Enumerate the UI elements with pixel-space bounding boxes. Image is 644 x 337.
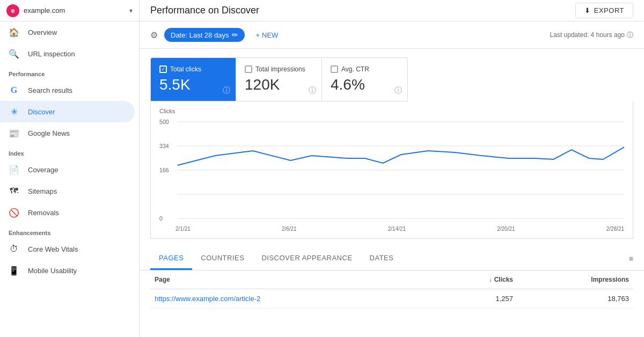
page-title: Performance on Discover (150, 5, 259, 16)
svg-text:334: 334 (159, 143, 169, 149)
sidebar-item-label: Removals (28, 209, 59, 217)
discover-icon: ✳ (9, 106, 19, 117)
column-header-page[interactable]: Page (150, 270, 435, 289)
tab-discover-appearance[interactable]: DISCOVER APPEARANCE (253, 247, 361, 270)
svg-text:0: 0 (159, 215, 163, 222)
news-icon: 📰 (9, 128, 19, 138)
sitemaps-icon: 🗺 (9, 186, 19, 196)
sidebar-item-label: Google News (28, 129, 70, 137)
search-icon: 🔍 (9, 48, 19, 59)
cell-clicks: 1,257 (435, 289, 517, 309)
table-row: https://www.example.com/article-2 1,257 … (150, 289, 633, 309)
sidebar-item-label: Overview (28, 28, 57, 36)
tab-dates[interactable]: DATES (361, 247, 402, 270)
sort-icon[interactable]: ≡ (629, 254, 633, 263)
new-filter-button[interactable]: + NEW (251, 29, 282, 41)
stat-label: Avg. CTR (341, 65, 369, 73)
cell-page[interactable]: https://www.example.com/article-2 (150, 289, 435, 309)
chart-x-label: 2/14/21 (388, 226, 406, 232)
chart-x-label: 2/20/21 (497, 226, 515, 232)
stat-label: Total impressions (255, 65, 305, 73)
date-filter-chip[interactable]: Date: Last 28 days ✏ (164, 28, 245, 42)
svg-text:166: 166 (159, 167, 169, 173)
table-area: Page ↓Clicks Impressions https://www.exa… (140, 270, 644, 337)
scroll-content: Total clicks 5.5K ⓘ Total impressions 12… (140, 49, 644, 337)
export-button[interactable]: ⬇ EXPORT (575, 3, 633, 18)
stat-value-clicks: 5.5K (159, 76, 227, 93)
sidebar-item-sitemaps[interactable]: 🗺 Sitemaps (0, 180, 135, 202)
site-name: example.com (24, 6, 129, 14)
last-updated-text: Last updated: 4 hours ago ⓘ (550, 31, 633, 40)
stat-checkbox-clicks[interactable] (159, 65, 167, 73)
sidebar-item-label: Discover (28, 108, 55, 116)
stat-help-icon-ctr[interactable]: ⓘ (394, 86, 402, 96)
site-dropdown-icon[interactable]: ▾ (129, 7, 133, 14)
chart-x-labels: 2/1/21 2/6/21 2/14/21 2/20/21 2/28/21 (159, 226, 624, 232)
sidebar-item-label: URL inspection (28, 50, 75, 58)
table-header-row: Page ↓Clicks Impressions (150, 270, 633, 289)
tab-pages[interactable]: PAGES (150, 247, 192, 270)
stat-value-ctr: 4.6% (331, 76, 399, 93)
coverage-icon: 📄 (9, 164, 19, 175)
core-web-vitals-icon: ⏱ (9, 244, 19, 254)
column-header-clicks[interactable]: ↓Clicks (435, 270, 517, 289)
tab-countries[interactable]: COUNTRIES (192, 247, 253, 270)
stat-card-total-clicks[interactable]: Total clicks 5.5K ⓘ (150, 57, 236, 101)
sidebar-item-discover[interactable]: ✳ Discover (0, 101, 135, 122)
sidebar-item-label: Coverage (28, 166, 58, 174)
tabs-bar: PAGES COUNTRIES DISCOVER APPEARANCE DATE… (140, 247, 644, 270)
removals-icon: 🚫 (9, 207, 19, 218)
help-icon[interactable]: ⓘ (627, 31, 633, 40)
section-label-enhancements: Enhancements (0, 223, 139, 238)
stat-checkbox-impressions[interactable] (245, 65, 252, 73)
mobile-icon: 📱 (9, 265, 19, 276)
stat-label: Total clicks (170, 65, 201, 73)
filter-icon[interactable]: ⚙ (150, 30, 158, 40)
stat-card-avg-ctr[interactable]: Avg. CTR 4.6% ⓘ (322, 57, 408, 101)
sidebar: e example.com ▾ 🏠 Overview 🔍 URL inspect… (0, 0, 140, 337)
svg-text:500: 500 (159, 119, 169, 125)
stat-checkbox-ctr[interactable] (331, 65, 338, 73)
data-table: Page ↓Clicks Impressions https://www.exa… (150, 270, 633, 309)
sidebar-item-label: Sitemaps (28, 187, 57, 195)
sidebar-item-core-web-vitals[interactable]: ⏱ Core Web Vitals (0, 238, 135, 260)
chart-area: Clicks 500 334 166 0 (150, 101, 633, 239)
table-body: https://www.example.com/article-2 1,257 … (150, 289, 633, 309)
stat-help-icon-impressions[interactable]: ⓘ (309, 86, 316, 96)
sidebar-item-label: Mobile Usability (28, 267, 77, 275)
chart-x-label: 2/6/21 (282, 226, 297, 232)
filter-bar: ⚙ Date: Last 28 days ✏ + NEW Last update… (140, 21, 644, 49)
sidebar-header[interactable]: e example.com ▾ (0, 0, 139, 21)
export-icon: ⬇ (584, 6, 591, 14)
chart-y-label: Clicks (159, 108, 624, 114)
main-content: Performance on Discover ⬇ EXPORT ⚙ Date:… (140, 0, 644, 337)
home-icon: 🏠 (9, 27, 19, 38)
sidebar-item-label: Core Web Vitals (28, 245, 78, 253)
stat-value-impressions: 120K (245, 76, 313, 93)
chart-container: 500 334 166 0 (159, 116, 624, 224)
sidebar-item-mobile-usability[interactable]: 📱 Mobile Usability (0, 260, 135, 281)
stat-help-icon-clicks[interactable]: ⓘ (223, 86, 230, 96)
plus-icon: + (255, 31, 260, 39)
cell-impressions: 18,763 (517, 289, 633, 309)
stats-row: Total clicks 5.5K ⓘ Total impressions 12… (140, 49, 644, 101)
chart-svg: 500 334 166 0 (159, 116, 624, 224)
edit-icon: ✏ (232, 31, 238, 39)
chart-x-label: 2/28/21 (606, 226, 624, 232)
chart-x-label: 2/1/21 (175, 226, 191, 232)
sort-arrow-icon: ↓ (489, 276, 492, 283)
site-avatar: e (6, 4, 19, 17)
sidebar-item-url-inspection[interactable]: 🔍 URL inspection (0, 43, 135, 64)
sidebar-item-coverage[interactable]: 📄 Coverage (0, 159, 135, 180)
date-filter-label: Date: Last 28 days (171, 31, 229, 39)
sidebar-item-search-results[interactable]: G Search results (0, 79, 135, 101)
sidebar-item-label: Search results (28, 86, 72, 94)
google-icon: G (9, 85, 19, 96)
section-label-index: Index (0, 144, 139, 159)
column-header-impressions[interactable]: Impressions (517, 270, 633, 289)
sidebar-item-removals[interactable]: 🚫 Removals (0, 202, 135, 223)
stat-card-total-impressions[interactable]: Total impressions 120K ⓘ (236, 57, 322, 101)
sidebar-item-overview[interactable]: 🏠 Overview (0, 21, 135, 43)
sidebar-item-google-news[interactable]: 📰 Google News (0, 122, 135, 144)
main-header: Performance on Discover ⬇ EXPORT (140, 0, 644, 21)
